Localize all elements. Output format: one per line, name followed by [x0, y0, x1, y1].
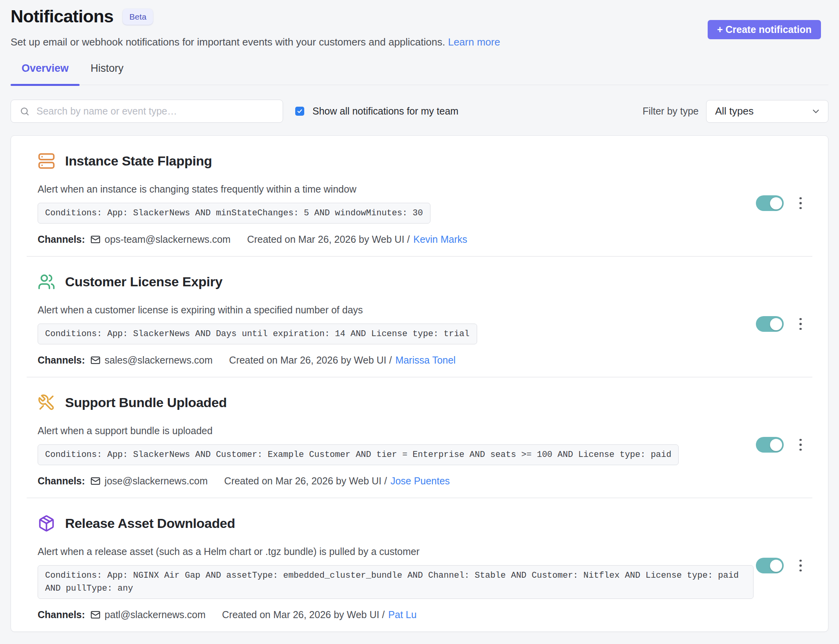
page-header: Notifications Beta — [11, 6, 828, 27]
notification-description: Alert when a customer license is expirin… — [38, 304, 754, 316]
filter-type-select[interactable]: All types — [706, 100, 828, 123]
author-link[interactable]: Pat Lu — [388, 609, 416, 620]
kebab-menu-button[interactable] — [794, 557, 808, 574]
conditions-chip: Conditions: App: SlackerNews AND minStat… — [38, 203, 430, 224]
controls-row: Show all notifications for my team Filte… — [11, 100, 828, 123]
channels-label: Channels: — [38, 475, 85, 487]
create-notification-button[interactable]: + Create notification — [708, 20, 821, 39]
conditions-chip: Conditions: App: SlackerNews AND Days un… — [38, 324, 477, 344]
notification-title: Instance State Flapping — [65, 153, 212, 169]
notification-card: Instance State Flapping Alert when an in… — [11, 136, 828, 256]
channel-email: ops-team@slackernews.com — [105, 234, 231, 245]
tools-icon — [38, 394, 55, 411]
mail-icon — [90, 234, 101, 245]
card-meta: Channels: ops-team@slackernews.com Creat… — [38, 234, 754, 245]
subtitle-text: Set up email or webhook notifications fo… — [11, 36, 445, 48]
filter-type-label: Filter by type — [643, 106, 699, 117]
package-icon — [38, 515, 55, 532]
created-text: Created on Mar 26, 2026 by Web UI / — [224, 475, 387, 487]
channels-label: Channels: — [38, 355, 85, 366]
notifications-list: Instance State Flapping Alert when an in… — [11, 135, 828, 632]
created-text: Created on Mar 26, 2026 by Web UI / — [229, 355, 392, 366]
card-header: Instance State Flapping — [38, 152, 754, 170]
created-text: Created on Mar 26, 2026 by Web UI / — [247, 234, 410, 245]
kebab-menu-button[interactable] — [794, 436, 808, 453]
filter-selected-value: All types — [715, 105, 754, 117]
mail-icon — [90, 609, 101, 620]
tab-bar: Overview History — [11, 62, 828, 85]
channel-email: jose@slackernews.com — [105, 475, 208, 487]
search-box — [11, 100, 283, 123]
channels-label: Channels: — [38, 234, 85, 245]
channel-email: sales@slackernews.com — [105, 355, 212, 366]
checkbox-label: Show all notifications for my team — [312, 106, 458, 117]
card-header: Customer License Expiry — [38, 273, 754, 291]
notification-title: Customer License Expiry — [65, 274, 222, 289]
notification-description: Alert when a release asset (such as a He… — [38, 546, 754, 557]
users-icon — [38, 273, 55, 291]
enabled-toggle[interactable] — [756, 437, 784, 453]
enabled-toggle[interactable] — [756, 195, 784, 211]
notification-card: Release Asset Downloaded Alert when a re… — [11, 498, 828, 631]
author-link[interactable]: Marissa Tonel — [395, 355, 456, 366]
card-header: Release Asset Downloaded — [38, 515, 754, 532]
server-icon — [38, 152, 55, 170]
notifications-page: Notifications Beta + Create notification… — [0, 0, 839, 632]
notification-card: Support Bundle Uploaded Alert when a sup… — [11, 377, 828, 498]
notification-description: Alert when a support bundle is uploaded — [38, 425, 754, 437]
author-link[interactable]: Kevin Marks — [413, 234, 467, 245]
channel-email: patl@slackernews.com — [105, 609, 205, 620]
notification-description: Alert when an instance is changing state… — [38, 183, 754, 195]
search-icon — [20, 106, 30, 116]
learn-more-link[interactable]: Learn more — [448, 36, 500, 48]
search-input[interactable] — [36, 105, 275, 117]
author-link[interactable]: Jose Puentes — [390, 475, 450, 487]
kebab-menu-button[interactable] — [794, 315, 808, 333]
conditions-chip: Conditions: App: NGINX Air Gap AND asset… — [38, 565, 754, 599]
mail-icon — [90, 476, 101, 486]
page-subtitle: Set up email or webhook notifications fo… — [11, 36, 828, 48]
conditions-chip: Conditions: App: SlackerNews AND Custome… — [38, 444, 679, 465]
page-title: Notifications — [11, 6, 113, 27]
tab-history[interactable]: History — [80, 62, 134, 85]
enabled-toggle[interactable] — [756, 316, 784, 332]
team-checkbox[interactable] — [295, 107, 304, 116]
notification-title: Release Asset Downloaded — [65, 516, 235, 531]
enabled-toggle[interactable] — [756, 558, 784, 573]
mail-icon — [90, 355, 101, 366]
notification-card: Customer License Expiry Alert when a cus… — [11, 257, 828, 377]
notification-title: Support Bundle Uploaded — [65, 395, 227, 410]
kebab-menu-button[interactable] — [794, 195, 808, 212]
card-meta: Channels: jose@slackernews.com Created o… — [38, 475, 754, 487]
beta-badge: Beta — [123, 9, 153, 25]
check-icon — [297, 108, 303, 114]
channels-label: Channels: — [38, 609, 85, 620]
card-header: Support Bundle Uploaded — [38, 394, 754, 411]
tab-overview[interactable]: Overview — [11, 62, 80, 85]
card-meta: Channels: patl@slackernews.com Created o… — [38, 609, 754, 620]
chevron-down-icon — [811, 106, 821, 116]
card-meta: Channels: sales@slackernews.com Created … — [38, 355, 754, 366]
created-text: Created on Mar 26, 2026 by Web UI / — [222, 609, 385, 620]
